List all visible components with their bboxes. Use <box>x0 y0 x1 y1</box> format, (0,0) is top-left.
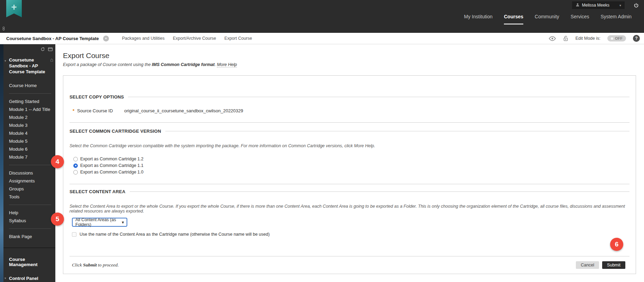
breadcrumb-course-title[interactable]: Coursetune Sandbox - AP Course Template <box>6 36 99 41</box>
sidebar-item-help[interactable]: Help <box>9 210 53 215</box>
open-lock-icon <box>563 36 569 41</box>
tab-system-admin[interactable]: System Admin <box>601 14 632 25</box>
checkbox-unchecked-icon[interactable] <box>72 232 76 237</box>
radio-button-icon[interactable] <box>73 170 78 175</box>
source-course-id-label: Source Course ID <box>77 108 124 113</box>
more-help-link[interactable]: More Help <box>217 62 237 67</box>
chevron-down-icon: ▾ <box>619 3 621 7</box>
divider <box>70 184 629 184</box>
cartridge-version-options: Export as Common Cartridge 1.2 Export as… <box>73 157 629 175</box>
background-image-sliver <box>0 44 3 282</box>
cartridge-name-checkbox-row[interactable]: Use the name of the Content Area as the … <box>72 232 629 237</box>
edit-mode-value: OFF <box>615 36 623 40</box>
sidebar-item-module-4[interactable]: Module 4 <box>9 131 53 136</box>
cartridge-name-checkbox-label: Use the name of the Content Area as the … <box>80 232 270 237</box>
link-icon <box>2 26 5 32</box>
content-area-description: Select the Content Area to export or the… <box>70 204 629 214</box>
control-panel-toggle[interactable]: ▾ Control Panel <box>9 276 53 281</box>
home-icon: ⌂ <box>50 57 53 63</box>
chevron-down-icon: ▾ <box>122 220 124 225</box>
course-menu-sidebar: ▾ Coursetune Sandbox - AP Course Templat… <box>3 44 55 282</box>
required-asterisk: * <box>70 108 77 113</box>
page-subtitle: Export a package of Course content using… <box>63 62 644 67</box>
radio-button-icon[interactable] <box>73 157 78 161</box>
sidebar-item-blank-page[interactable]: Blank Page <box>9 234 53 239</box>
divider <box>9 93 51 94</box>
sidebar-item-groups[interactable]: Groups <box>9 187 53 191</box>
refresh-icon[interactable] <box>40 47 45 51</box>
user-icon <box>576 3 580 8</box>
section-select-cartridge-version: SELECT COMMON CARTRIDGE VERSION <box>70 129 629 134</box>
sidebar-item-getting-started[interactable]: Getting Started <box>9 99 53 104</box>
radio-button-selected-icon[interactable] <box>73 163 78 168</box>
sidebar-item-module-6[interactable]: Module 6 <box>9 147 53 152</box>
sidebar-item-module-3[interactable]: Module 3 <box>9 123 53 128</box>
course-management-heading: Course Management <box>9 257 53 267</box>
tab-community[interactable]: Community <box>535 14 559 25</box>
user-menu[interactable]: Melissa Meeks ▾ <box>572 1 625 9</box>
divider <box>3 247 55 248</box>
annotation-badge-5: 5 <box>51 213 64 226</box>
divider <box>9 205 51 205</box>
breadcrumb: Packages and Utilities Export/Archive Co… <box>122 36 252 41</box>
breadcrumb-item-export-course: Export Course <box>224 36 252 41</box>
course-menu-toggle[interactable]: ▾ <box>103 36 109 41</box>
sidebar-item-module-1[interactable]: Module 1 -- Add Title <box>9 107 53 112</box>
plus-icon: + <box>11 2 17 12</box>
main-content: Export Course Export a package of Course… <box>55 44 644 282</box>
radio-cartridge-1-0[interactable]: Export as Common Cartridge 1.0 <box>73 170 629 175</box>
sidebar-item-module-7[interactable]: Module 7 <box>9 155 53 160</box>
sidebar-item-module-5[interactable]: Module 5 <box>9 139 53 144</box>
power-icon <box>634 3 639 8</box>
breadcrumb-bar: Coursetune Sandbox - AP Course Template … <box>0 33 644 44</box>
question-mark-icon: ? <box>635 36 637 41</box>
source-course-id-row: * Source Course ID original_course_ii_co… <box>70 108 629 113</box>
divider <box>70 256 629 256</box>
breadcrumb-item-export-archive[interactable]: Export/Archive Course <box>173 36 216 41</box>
cancel-button[interactable]: Cancel <box>576 261 599 269</box>
edit-mode-label: Edit Mode is: <box>576 36 600 41</box>
tab-my-institution[interactable]: My Institution <box>464 14 493 25</box>
top-header: + Melissa Meeks ▾ My Institution Courses… <box>0 0 644 33</box>
content-area-select[interactable]: All Content Areas (as Folders) ▾ <box>72 218 127 227</box>
annotation-badge-6: 6 <box>610 238 623 251</box>
sidebar-item-syllabus[interactable]: Syllabus <box>9 218 53 223</box>
help-button[interactable]: ? <box>633 35 640 42</box>
sidebar-item-discussions[interactable]: Discussions <box>9 171 53 176</box>
section-select-copy-options: SELECT COPY OPTIONS <box>70 94 629 100</box>
submit-instruction: Click Submit to proceed. <box>72 262 119 268</box>
form-footer: Click Submit to proceed. Cancel Submit <box>70 261 629 269</box>
divider <box>70 122 629 123</box>
eye-icon <box>549 36 556 41</box>
section-select-content-area: SELECT CONTENT AREA <box>70 189 629 194</box>
toggle-dot-icon <box>611 37 613 40</box>
sidebar-item-course-home[interactable]: Course Home <box>9 83 53 88</box>
divider <box>9 228 51 229</box>
open-window-icon[interactable] <box>48 47 53 51</box>
cartridge-description: Select the Common Cartridge version comp… <box>70 143 629 148</box>
student-preview-button[interactable] <box>549 36 556 41</box>
export-course-form: SELECT COPY OPTIONS * Source Course ID o… <box>63 75 636 274</box>
global-nav-tabs: My Institution Courses Community Service… <box>464 14 632 25</box>
user-name: Melissa Meeks <box>582 3 609 8</box>
chevron-down-icon: ▾ <box>105 37 107 40</box>
radio-cartridge-1-1[interactable]: Export as Common Cartridge 1.1 <box>73 163 629 168</box>
sidebar-item-tools[interactable]: Tools <box>9 195 53 199</box>
edit-mode-toggle[interactable]: OFF <box>607 35 626 41</box>
add-bookmark-ribbon[interactable]: + <box>6 0 22 17</box>
radio-cartridge-1-2[interactable]: Export as Common Cartridge 1.2 <box>73 157 629 161</box>
submit-button[interactable]: Submit <box>602 261 625 269</box>
tab-courses[interactable]: Courses <box>504 14 523 25</box>
breadcrumb-item-packages[interactable]: Packages and Utilities <box>122 36 165 41</box>
tab-services[interactable]: Services <box>571 14 589 25</box>
sidebar-item-assignments[interactable]: Assignments <box>9 179 53 184</box>
source-course-id-value: original_course_ii_coursetune_sandbox_cw… <box>124 108 243 113</box>
sidebar-item-module-2[interactable]: Module 2 <box>9 115 53 120</box>
logout-button[interactable] <box>632 1 641 9</box>
annotation-badge-4: 4 <box>51 155 64 168</box>
content-area-selected-value: All Content Areas (as Folders) <box>75 217 122 227</box>
lock-toggle-button[interactable] <box>563 36 569 41</box>
sidebar-course-title[interactable]: ▾ Coursetune Sandbox - AP Course Templat… <box>9 57 51 75</box>
triangle-down-icon: ▾ <box>4 58 6 64</box>
page-title: Export Course <box>63 51 644 60</box>
